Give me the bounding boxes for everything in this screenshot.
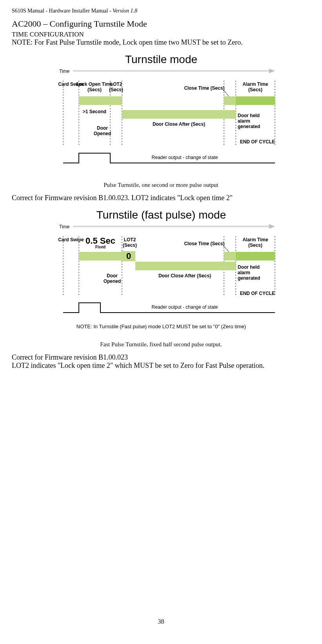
caption-2: Fast Pulse Turnstile, fixed half second … xyxy=(12,341,310,348)
d1-reader-output: Reader output - change of state xyxy=(151,155,218,160)
d2-dh-l3: generated xyxy=(238,275,260,281)
d1-door-l2: Opened xyxy=(93,131,111,136)
d2-green-bar-lot xyxy=(79,252,122,260)
doc-header: S610S Manual - Hardware Installer Manual… xyxy=(12,8,310,14)
d2-dca: Door Close After (Secs) xyxy=(158,273,211,279)
diagram2-svg: Turnstile (fast pulse) mode Time Card Sw… xyxy=(40,207,283,336)
d2-close-pointer xyxy=(224,246,229,253)
section-subtitle: TIME CONFIGURATION xyxy=(12,31,310,38)
header-doc: Hardware Installer Manual xyxy=(49,8,108,14)
d2-card-swipe: Card Swipe xyxy=(58,237,84,242)
d2-eoc: END OF CYCLE xyxy=(240,291,275,296)
d2-door-l1: Door xyxy=(107,273,118,279)
d2-green-bar-dca xyxy=(135,262,236,270)
header-version: Version 1.8 xyxy=(113,8,137,14)
d1-alarm-l1: Alarm Time xyxy=(242,81,268,87)
d2-reader-output: Reader output - change of state xyxy=(151,304,218,310)
d1-alarm-l2: (Secs) xyxy=(248,87,262,92)
d2-close-time: Close Time (Secs) xyxy=(184,241,224,246)
d1-dca: Door Close After (Secs) xyxy=(152,121,205,127)
header-dash2: - xyxy=(108,8,113,14)
d2-time-label: Time xyxy=(59,224,70,230)
d2-alarm-l2: (Secs) xyxy=(248,242,262,248)
d2-time-arrow-head xyxy=(269,224,275,229)
page-number: 38 xyxy=(12,618,310,625)
d1-dh-l1: Door held xyxy=(238,113,260,118)
d1-time-label: Time xyxy=(59,69,70,74)
d1-close-pointer xyxy=(224,90,229,97)
d1-door-l1: Door xyxy=(97,125,108,131)
d2-lot2-l2: (Secs) xyxy=(122,242,136,248)
d1-lot2-l1: LOT2 xyxy=(110,81,122,87)
d2-title: Turnstile (fast pulse) mode xyxy=(96,209,226,221)
d2-dh-l1: Door held xyxy=(238,264,260,270)
turnstile-diagram-2: Turnstile (fast pulse) mode Time Card Sw… xyxy=(12,207,310,338)
d1-green-bar-dca xyxy=(122,110,236,119)
d1-close-time: Close Time (Secs) xyxy=(184,85,224,91)
caption-1: Pulse Turnstile, one second or more puls… xyxy=(12,182,310,188)
d1-green-bar-close xyxy=(224,96,236,105)
d1-gt1sec: >1 Second xyxy=(82,109,106,114)
body-text-2b: LOT2 indicates "Lock open time 2" which … xyxy=(12,362,310,370)
d2-door-l2: Opened xyxy=(103,279,121,284)
d1-lot-l2: (Secs) xyxy=(87,87,101,92)
d1-title: Turnstile mode xyxy=(125,53,197,65)
d1-lot-l1: Lock Open Time xyxy=(76,81,113,87)
d1-eoc: END OF CYCLE xyxy=(240,139,275,145)
diagram1-svg: Turnstile mode Time Card Swipe Lock Open… xyxy=(40,51,283,177)
d1-time-arrow-head xyxy=(269,69,275,73)
d2-lot2-l1: LOT2 xyxy=(124,237,136,242)
d1-dh-l3: generated xyxy=(238,124,260,129)
d1-green-bar-alarm xyxy=(236,96,275,105)
d2-zero: 0 xyxy=(126,251,131,261)
header-manual: S610S Manual xyxy=(12,8,44,14)
d1-dh-l2: alarm xyxy=(238,118,250,124)
turnstile-diagram-1: Turnstile mode Time Card Swipe Lock Open… xyxy=(12,51,310,179)
d2-time-arrow-body xyxy=(73,226,269,227)
d1-time-arrow-body xyxy=(73,70,269,72)
page-title: AC2000 – Configuring Turnstile Mode xyxy=(12,19,310,29)
d2-footnote: NOTE: In Turnstile (Fast pulse) mode LOT… xyxy=(76,324,246,329)
d2-alarm-l1: Alarm Time xyxy=(242,237,268,242)
d2-green-bar-alarm xyxy=(236,252,275,260)
d2-fixed: Fixed xyxy=(95,245,105,249)
header-dash1: - xyxy=(44,8,49,14)
d1-lot2-l2: (Secs) xyxy=(109,87,123,92)
note-text: NOTE: For Fast Pulse Turnstile mode, Loc… xyxy=(12,38,310,47)
d2-halfsec: 0.5 Sec xyxy=(86,236,115,246)
body-text-1: Correct for Firmware revision B1.00.023.… xyxy=(12,194,310,202)
d1-green-bar-lot xyxy=(79,96,122,105)
d2-dh-l2: alarm xyxy=(238,270,250,275)
body-text-2a: Correct for Firmware revision B1.00.023 xyxy=(12,353,310,362)
d2-green-bar-close xyxy=(224,252,236,260)
